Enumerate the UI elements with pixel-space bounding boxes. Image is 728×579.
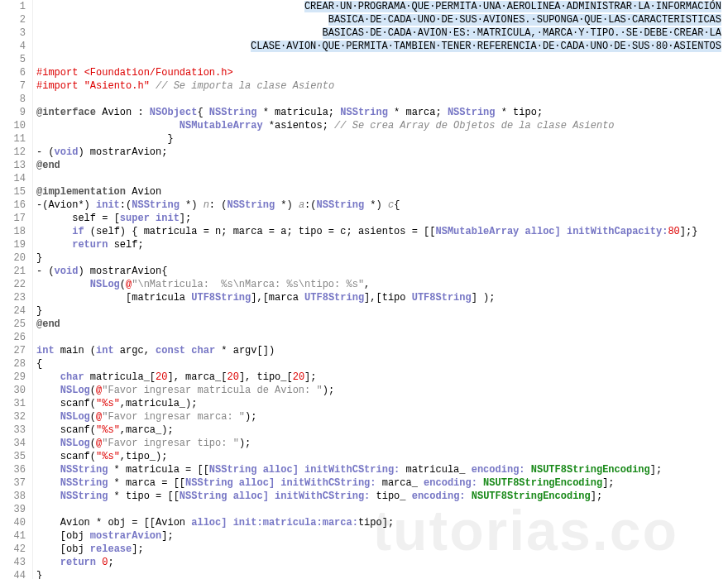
line-number: 11 bbox=[0, 132, 26, 146]
line-number: 12 bbox=[0, 146, 26, 159]
line-number: 8 bbox=[0, 93, 26, 106]
line-number: 2 bbox=[0, 13, 26, 26]
code-line-19[interactable]: return self; bbox=[36, 238, 728, 251]
line-number: 17 bbox=[0, 212, 26, 225]
comment: // Se importa la clase Asiento bbox=[156, 80, 334, 92]
line-number: 27 bbox=[0, 344, 26, 357]
line-number: 16 bbox=[0, 199, 26, 212]
code-line-3[interactable]: BASICAS·DE·CADA·AVION·ES:·MATRICULA,·MAR… bbox=[36, 26, 728, 40]
line-number: 34 bbox=[0, 437, 26, 450]
line-number: 13 bbox=[0, 159, 26, 172]
import-path: "Asiento.h" bbox=[84, 80, 150, 92]
line-number: 22 bbox=[0, 278, 26, 291]
code-line-20[interactable]: } bbox=[36, 251, 728, 265]
header-text-1: CREAR·UN·PROGRAMA·QUE·PERMITA·UNA·AEROLI… bbox=[304, 1, 721, 12]
header-text-3: BASICAS·DE·CADA·AVION·ES:·MATRICULA,·MAR… bbox=[323, 27, 721, 39]
line-number: 4 bbox=[0, 40, 26, 53]
line-number: 19 bbox=[0, 238, 26, 251]
code-line-24[interactable]: } bbox=[36, 304, 728, 318]
line-number: 1 bbox=[0, 0, 26, 13]
line-number: 42 bbox=[0, 543, 26, 556]
line-number: 30 bbox=[0, 384, 26, 397]
code-line-17[interactable]: self = [super init]; bbox=[36, 212, 728, 225]
code-content[interactable]: CREAR·UN·PROGRAMA·QUE·PERMITA·UNA·AEROLI… bbox=[33, 0, 728, 579]
comment: // Se crea Array de Objetos de la clase … bbox=[334, 120, 614, 132]
code-line-10[interactable]: NSMutableArray *asientos; // Se crea Arr… bbox=[36, 119, 728, 132]
code-line-36[interactable]: NSString * matricula = [[NSString alloc]… bbox=[36, 463, 728, 476]
code-line-22[interactable]: NSLog(@"\nMatricula: %s\nMarca: %s\ntipo… bbox=[36, 278, 728, 291]
line-number: 38 bbox=[0, 490, 26, 503]
code-line-30[interactable]: NSLog(@"Favor ingresar matricula de Avio… bbox=[36, 384, 728, 397]
header-text-2: BASICA·DE·CADA·UNO·DE·SUS·AVIONES.·SUPON… bbox=[328, 14, 721, 26]
code-line-16[interactable]: -(Avion*) init:(NSString *) n: (NSString… bbox=[36, 199, 728, 212]
line-number: 25 bbox=[0, 318, 26, 331]
code-line-41[interactable]: [obj mostrarAvion]; bbox=[36, 529, 728, 543]
code-line-6[interactable]: #import <Foundation/Foundation.h> bbox=[36, 66, 728, 79]
code-line-2[interactable]: BASICA·DE·CADA·UNO·DE·SUS·AVIONES.·SUPON… bbox=[36, 13, 728, 26]
code-line-44[interactable]: } bbox=[36, 569, 728, 579]
line-number: 40 bbox=[0, 516, 26, 529]
code-line-8[interactable] bbox=[36, 93, 728, 106]
line-number: 26 bbox=[0, 331, 26, 344]
code-line-11[interactable]: } bbox=[36, 132, 728, 146]
code-line-40[interactable]: Avion * obj = [[Avion alloc] init:matric… bbox=[36, 516, 728, 529]
line-number: 7 bbox=[0, 79, 26, 93]
line-number: 9 bbox=[0, 106, 26, 119]
line-number: 31 bbox=[0, 397, 26, 410]
code-line-4[interactable]: CLASE·AVION·QUE·PERMITA·TAMBIEN·TENER·RE… bbox=[36, 40, 728, 53]
line-number: 14 bbox=[0, 172, 26, 185]
code-line-37[interactable]: NSString * marca = [[NSString alloc] ini… bbox=[36, 476, 728, 490]
line-number: 36 bbox=[0, 463, 26, 476]
code-line-7[interactable]: #import "Asiento.h" // Se importa la cla… bbox=[36, 79, 728, 93]
code-editor[interactable]: 1234567891011121314151617181920212223242… bbox=[0, 0, 728, 579]
line-number: 21 bbox=[0, 265, 26, 278]
code-line-28[interactable]: { bbox=[36, 357, 728, 371]
line-number: 39 bbox=[0, 503, 26, 516]
code-line-13[interactable]: @end bbox=[36, 159, 728, 172]
code-line-43[interactable]: return 0; bbox=[36, 556, 728, 569]
code-line-14[interactable] bbox=[36, 172, 728, 185]
line-number: 43 bbox=[0, 556, 26, 569]
code-line-9[interactable]: @interface Avion : NSObject{ NSString * … bbox=[36, 106, 728, 119]
line-number-gutter: 1234567891011121314151617181920212223242… bbox=[0, 0, 33, 579]
code-line-42[interactable]: [obj release]; bbox=[36, 543, 728, 556]
line-number: 3 bbox=[0, 26, 26, 40]
code-line-1[interactable]: CREAR·UN·PROGRAMA·QUE·PERMITA·UNA·AEROLI… bbox=[36, 0, 728, 13]
line-number: 15 bbox=[0, 185, 26, 199]
code-line-38[interactable]: NSString * tipo = [[NSString alloc] init… bbox=[36, 490, 728, 503]
code-line-33[interactable]: scanf("%s",marca_); bbox=[36, 423, 728, 437]
nsobject: NSObject bbox=[150, 107, 198, 118]
line-number: 23 bbox=[0, 291, 26, 304]
line-number: 18 bbox=[0, 225, 26, 238]
code-line-27[interactable]: int main (int argc, const char * argv[]) bbox=[36, 344, 728, 357]
code-line-32[interactable]: NSLog(@"Favor ingresar marca: "); bbox=[36, 410, 728, 423]
line-number: 28 bbox=[0, 357, 26, 371]
code-line-5[interactable] bbox=[36, 53, 728, 66]
code-line-26[interactable] bbox=[36, 331, 728, 344]
line-number: 10 bbox=[0, 119, 26, 132]
import-directive: #import bbox=[36, 80, 78, 92]
line-number: 6 bbox=[0, 66, 26, 79]
import-directive: #import bbox=[36, 67, 78, 79]
code-line-29[interactable]: char matricula_[20], marca_[20], tipo_[2… bbox=[36, 371, 728, 384]
line-number: 20 bbox=[0, 251, 26, 265]
class-name: Avion : bbox=[96, 107, 150, 118]
code-line-21[interactable]: - (void) mostrarAvion{ bbox=[36, 265, 728, 278]
line-number: 35 bbox=[0, 450, 26, 463]
code-line-39[interactable] bbox=[36, 503, 728, 516]
code-line-31[interactable]: scanf("%s",matricula_); bbox=[36, 397, 728, 410]
line-number: 24 bbox=[0, 304, 26, 318]
code-line-18[interactable]: if (self) { matricula = n; marca = a; ti… bbox=[36, 225, 728, 238]
code-line-23[interactable]: [matricula UTF8String],[marca UTF8String… bbox=[36, 291, 728, 304]
line-number: 29 bbox=[0, 371, 26, 384]
line-number: 32 bbox=[0, 410, 26, 423]
code-line-12[interactable]: - (void) mostrarAvion; bbox=[36, 146, 728, 159]
line-number: 5 bbox=[0, 53, 26, 66]
code-line-15[interactable]: @implementation Avion bbox=[36, 185, 728, 199]
code-line-34[interactable]: NSLog(@"Favor ingresar tipo: "); bbox=[36, 437, 728, 450]
line-number: 44 bbox=[0, 569, 26, 579]
code-line-25[interactable]: @end bbox=[36, 318, 728, 331]
line-number: 33 bbox=[0, 423, 26, 437]
code-line-35[interactable]: scanf("%s",tipo_); bbox=[36, 450, 728, 463]
line-number: 37 bbox=[0, 476, 26, 490]
